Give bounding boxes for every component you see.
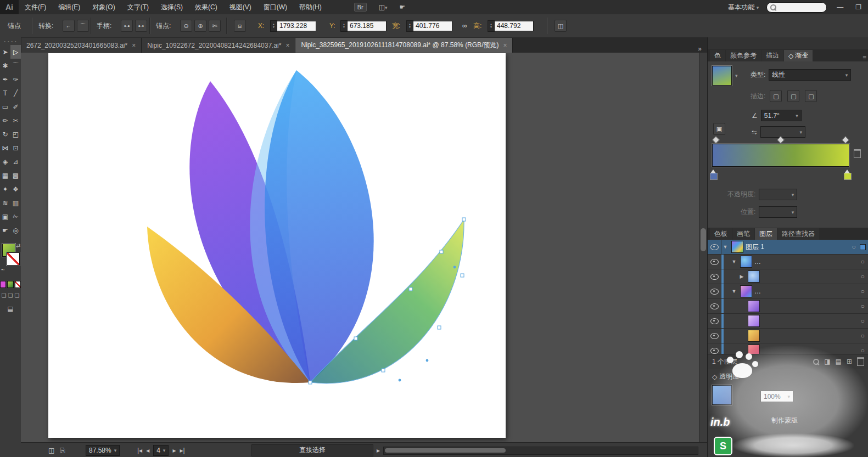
first-artboard-icon[interactable]: |◂ bbox=[137, 447, 142, 454]
status-doc-icon[interactable]: ◫ bbox=[48, 447, 54, 454]
prev-artboard-icon[interactable]: ◂ bbox=[146, 447, 149, 454]
type-tool[interactable]: T bbox=[0, 86, 10, 100]
minimize-button[interactable]: — bbox=[835, 3, 845, 11]
delete-stop-icon[interactable] bbox=[854, 149, 861, 158]
layer-name[interactable]: … bbox=[754, 287, 856, 295]
direct-selection-tool[interactable]: ▷ bbox=[10, 45, 21, 59]
draw-inside-icon[interactable]: ❏ bbox=[14, 292, 19, 298]
zoom-level-select[interactable]: 87.58%▾ bbox=[86, 445, 120, 456]
gradient-button[interactable] bbox=[7, 281, 13, 288]
expander-icon[interactable]: ▼ bbox=[730, 289, 738, 294]
x-field[interactable]: ▲▼ 1793.228 bbox=[270, 21, 316, 31]
visibility-toggle[interactable] bbox=[708, 255, 721, 269]
blend-tool[interactable]: ❖ bbox=[10, 182, 21, 196]
pencil-tool[interactable]: ✏ bbox=[0, 114, 10, 127]
layer-row-2[interactable]: ▼ … ○ bbox=[708, 255, 868, 269]
tab-stroke[interactable]: 描边 bbox=[761, 50, 783, 61]
layer-row-1[interactable]: ▼ 图层 1 ○ bbox=[708, 240, 868, 255]
y-field[interactable]: ▲▼ 673.185 bbox=[340, 21, 387, 31]
artboard-tool[interactable]: ▣ bbox=[0, 210, 10, 223]
next-artboard-icon[interactable]: ▸ bbox=[172, 447, 176, 454]
new-layer-icon[interactable]: ⊞ bbox=[847, 358, 852, 365]
gradient-type-select[interactable]: 线性 ▾ bbox=[769, 69, 851, 81]
doc-tab-1[interactable]: 2672_20200325203401665083.ai* × bbox=[21, 38, 142, 53]
horizontal-scrollbar[interactable] bbox=[383, 447, 698, 455]
mesh-tool[interactable]: ▦ bbox=[0, 168, 10, 182]
hide-handles-icon[interactable]: ⊷ bbox=[135, 20, 147, 32]
draw-behind-icon[interactable]: ❏ bbox=[8, 292, 13, 298]
status-export-icon[interactable]: ⎘ bbox=[60, 447, 65, 454]
visibility-toggle[interactable] bbox=[708, 329, 721, 343]
slice-tool[interactable]: ✁ bbox=[10, 210, 21, 223]
visibility-toggle[interactable] bbox=[708, 240, 721, 254]
rectangle-tool[interactable]: ▭ bbox=[0, 100, 10, 114]
target-icon[interactable]: ○ bbox=[856, 273, 868, 280]
line-segment-tool[interactable]: ╱ bbox=[10, 86, 21, 100]
vertical-scrollbar[interactable] bbox=[699, 53, 707, 442]
doc-tab-2[interactable]: Nipic_10922672_20200408214242684037.ai* … bbox=[142, 38, 295, 53]
vertical-scrollbar-thumb[interactable] bbox=[701, 228, 706, 251]
selection-chip[interactable] bbox=[860, 244, 866, 250]
height-field[interactable]: ▲▼ 448.792 bbox=[488, 21, 534, 31]
none-button[interactable] bbox=[15, 281, 21, 288]
canvas-area[interactable] bbox=[21, 53, 707, 442]
opacity-select[interactable]: 100% ▾ bbox=[760, 391, 793, 402]
layer-row-3[interactable]: ▶ ○ bbox=[708, 269, 868, 284]
convert-to-smooth-icon[interactable]: ⌒ bbox=[77, 20, 89, 32]
stepper-icon[interactable]: ▲▼ bbox=[270, 20, 277, 32]
column-graph-tool[interactable]: ▥ bbox=[10, 196, 21, 210]
menu-type[interactable]: 文字(T) bbox=[121, 0, 155, 14]
draw-normal-icon[interactable]: ❏ bbox=[2, 292, 7, 298]
gradient-annotator-icon[interactable]: ▣ bbox=[713, 123, 725, 135]
cs-live-icon[interactable]: ☛ bbox=[400, 3, 406, 11]
horizontal-scrollbar-thumb[interactable] bbox=[385, 448, 506, 453]
magic-wand-tool[interactable]: ✱ bbox=[0, 59, 10, 72]
visibility-toggle[interactable] bbox=[708, 284, 721, 298]
menu-window[interactable]: 窗口(W) bbox=[257, 0, 293, 14]
pen-tool[interactable]: ✒ bbox=[0, 72, 10, 86]
gradient-preview-swatch[interactable] bbox=[712, 66, 732, 86]
gradient-midpoint-icon[interactable] bbox=[712, 136, 720, 144]
bridge-button[interactable]: Br bbox=[354, 3, 367, 12]
gradient-stop-left[interactable] bbox=[710, 169, 716, 179]
clipping-mask-icon[interactable]: ◨ bbox=[824, 358, 830, 365]
doc-tab-3-active[interactable]: Nipic_3825965_20191026111814708089.ai* @… bbox=[295, 38, 513, 53]
screen-mode-button[interactable]: ⬓ bbox=[0, 305, 21, 313]
last-artboard-icon[interactable]: ▸| bbox=[180, 447, 184, 454]
gradient-angle-select[interactable]: 51.7° ▾ bbox=[761, 110, 802, 121]
stepper-icon[interactable]: ▲▼ bbox=[488, 20, 495, 32]
layer-name[interactable]: 图层 1 bbox=[746, 242, 848, 252]
target-icon[interactable]: ○ bbox=[848, 243, 860, 251]
layer-row-7[interactable]: ○ bbox=[708, 329, 868, 343]
lasso-tool[interactable]: ⌒ bbox=[10, 59, 21, 72]
show-handles-icon[interactable]: ⊶ bbox=[121, 20, 133, 32]
color-button[interactable] bbox=[0, 281, 6, 288]
layer-name[interactable]: … bbox=[754, 258, 856, 266]
expander-icon[interactable]: ▼ bbox=[721, 244, 729, 250]
target-icon[interactable]: ○ bbox=[856, 287, 868, 295]
expander-icon[interactable]: ▼ bbox=[730, 259, 738, 264]
selection-tool[interactable]: ➤ bbox=[0, 45, 10, 59]
gradient-ramp[interactable] bbox=[712, 144, 849, 167]
tab-layers[interactable]: 图层 bbox=[755, 228, 777, 240]
locate-object-icon[interactable] bbox=[813, 359, 819, 365]
target-icon[interactable]: ○ bbox=[856, 302, 868, 310]
paintbrush-tool[interactable]: ✐ bbox=[10, 100, 21, 114]
tab-swatches[interactable]: 色板 bbox=[710, 228, 732, 240]
tab-brushes[interactable]: 画笔 bbox=[732, 228, 754, 240]
convert-to-corner-icon[interactable]: ⌐ bbox=[63, 20, 75, 32]
status-arrow-icon[interactable]: ▸ bbox=[377, 447, 380, 454]
visibility-toggle[interactable] bbox=[708, 299, 721, 313]
visibility-toggle[interactable] bbox=[708, 314, 721, 328]
scissors-tool[interactable]: ✂ bbox=[10, 114, 21, 127]
restore-button[interactable]: ❐ bbox=[853, 3, 864, 11]
close-icon[interactable]: × bbox=[503, 42, 507, 49]
free-transform-tool[interactable]: ⊡ bbox=[10, 141, 21, 155]
isolate-selection-icon[interactable]: ⧈ bbox=[234, 20, 246, 32]
menu-effect[interactable]: 效果(C) bbox=[189, 0, 223, 14]
hand-tool[interactable]: ☛ bbox=[0, 223, 10, 237]
symbol-sprayer-tool[interactable]: ≋ bbox=[0, 196, 10, 210]
tab-color-guide[interactable]: 颜色参考 bbox=[726, 50, 761, 61]
visibility-toggle[interactable] bbox=[708, 269, 721, 284]
layer-row-6[interactable]: ○ bbox=[708, 314, 868, 329]
